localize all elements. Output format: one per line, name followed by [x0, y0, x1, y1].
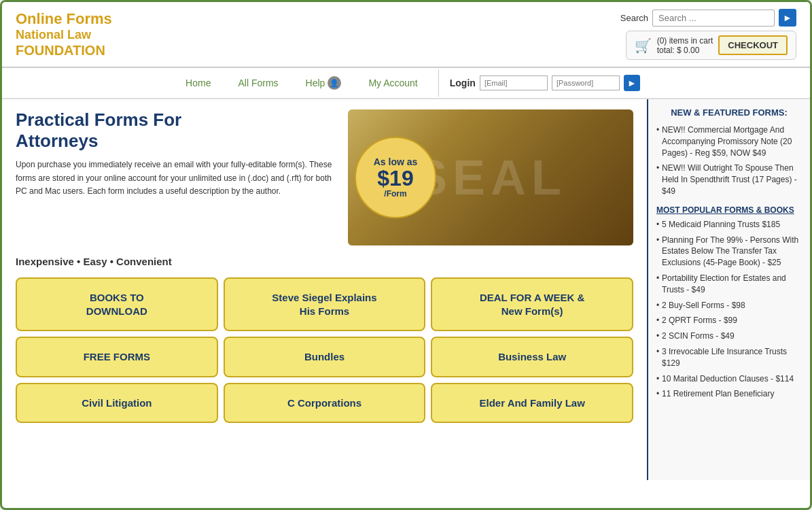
cart-count: (0) items in cart: [657, 36, 713, 46]
nav-my-account[interactable]: My Account: [355, 69, 431, 97]
hero-text: Practical Forms For Attorneys Upon purch…: [16, 109, 338, 245]
cart-area: 🛒 (0) items in cart total: $ 0.00 CHECKO…: [626, 31, 796, 60]
cart-icon: 🛒: [635, 37, 652, 54]
grid-btn-3[interactable]: FREE FORMS: [16, 337, 218, 377]
hero-image: SEAL As low as $19 /Form: [348, 109, 633, 245]
logo: Online Forms National Law FOUNDATION: [16, 10, 112, 59]
search-input[interactable]: [652, 10, 775, 27]
sidebar-popular-title: MOST POPULAR FORMS & BOOKS: [656, 205, 802, 215]
logo-online-forms: Online Forms: [16, 10, 112, 27]
checkout-button[interactable]: CHECKOUT: [718, 35, 788, 55]
price-badge: As low as $19 /Form: [355, 137, 436, 218]
price-per: /Form: [384, 189, 406, 199]
grid-btn-1[interactable]: Steve Siegel Explains His Forms: [224, 277, 426, 331]
header-right: Search ► 🛒 (0) items in cart total: $ 0.…: [620, 9, 796, 60]
tagline: Inexpensive • Easy • Convenient: [16, 256, 633, 267]
cart-total: total: $ 0.00: [657, 46, 713, 55]
search-button[interactable]: ►: [779, 9, 796, 27]
cart-info: (0) items in cart total: $ 0.00: [657, 36, 713, 55]
hero-description: Upon purchase you immediately receive an…: [16, 158, 338, 198]
right-sidebar: NEW & FEATURED FORMS: NEW!! Commercial M…: [647, 99, 810, 480]
search-row: Search ►: [620, 9, 796, 27]
page-wrapper: Online Forms National Law FOUNDATION Sea…: [0, 0, 812, 510]
login-area: Login ►: [438, 69, 640, 97]
sidebar-popular-item-2[interactable]: Portability Election for Estates and Tru…: [656, 273, 802, 296]
header: Online Forms National Law FOUNDATION Sea…: [2, 2, 810, 68]
help-icon: 👤: [328, 76, 341, 90]
logo-line2: National Law: [16, 28, 112, 43]
grid-btn-8[interactable]: Elder And Family Law: [431, 383, 633, 424]
main-content: Practical Forms For Attorneys Upon purch…: [2, 99, 810, 480]
left-content: Practical Forms For Attorneys Upon purch…: [2, 99, 647, 480]
grid-btn-2[interactable]: DEAL FOR A WEEK & New Form(s): [431, 277, 633, 331]
seal-bg-text: SEAL: [414, 150, 567, 205]
sidebar-popular-item-8[interactable]: 11 Retirement Plan Beneficiary: [656, 388, 802, 400]
sidebar-popular-item-5[interactable]: 2 SCIN Forms - $49: [656, 330, 802, 342]
price-amount: $19: [377, 167, 413, 189]
nav-bar: Home All Forms Help 👤 My Account Login ►: [2, 68, 810, 99]
sidebar-new-item-0[interactable]: NEW!! Commercial Mortgage And Accompanyi…: [656, 124, 802, 158]
email-field[interactable]: [480, 75, 548, 90]
sidebar-new-featured-title: NEW & FEATURED FORMS:: [656, 107, 802, 118]
nav-all-forms[interactable]: All Forms: [224, 69, 292, 97]
sidebar-popular-item-7[interactable]: 10 Marital Deduction Clauses - $114: [656, 373, 802, 385]
nav-home[interactable]: Home: [172, 69, 224, 97]
sidebar-popular-item-6[interactable]: 3 Irrevocable Life Insurance Trusts $129: [656, 346, 802, 369]
search-label: Search: [620, 13, 648, 23]
password-field[interactable]: [552, 75, 620, 90]
sidebar-popular-item-1[interactable]: Planning For The 99% - Persons With Esta…: [656, 235, 802, 269]
grid-btn-0[interactable]: BOOKS TO DOWNLOAD: [16, 277, 218, 331]
login-label: Login: [450, 78, 476, 88]
grid-btn-6[interactable]: Civil Litigation: [16, 383, 218, 424]
button-grid: BOOKS TO DOWNLOAD Steve Siegel Explains …: [16, 277, 633, 423]
sidebar-popular-item-4[interactable]: 2 QPRT Forms - $99: [656, 315, 802, 326]
login-button[interactable]: ►: [624, 75, 640, 91]
sidebar-new-item-1[interactable]: NEW!! Will Outright To Spouse Then Held …: [656, 163, 802, 197]
grid-btn-5[interactable]: Business Law: [431, 337, 633, 377]
sidebar-popular-item-3[interactable]: 2 Buy-Sell Forms - $98: [656, 300, 802, 311]
hero-title: Practical Forms For Attorneys: [16, 109, 338, 152]
sidebar-popular-item-0[interactable]: 5 Medicaid Planning Trusts $185: [656, 219, 802, 231]
grid-btn-7[interactable]: C Corporations: [224, 383, 426, 424]
nav-help[interactable]: Help 👤: [292, 68, 355, 98]
hero-section: Practical Forms For Attorneys Upon purch…: [16, 109, 633, 245]
logo-line1: Online Forms: [16, 10, 112, 28]
logo-line3: FOUNDATION: [16, 42, 112, 58]
grid-btn-4[interactable]: Bundles: [224, 337, 426, 377]
